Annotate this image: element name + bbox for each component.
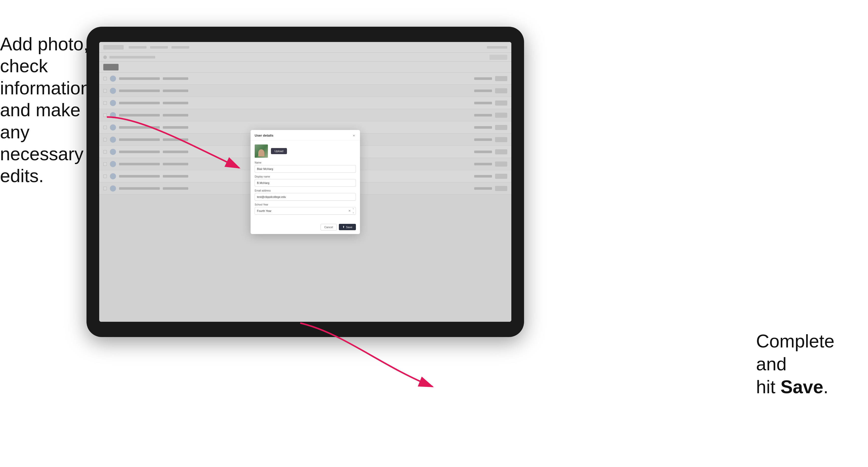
email-field-group: Email address [255, 189, 356, 201]
modal-close-button[interactable]: × [352, 133, 356, 137]
name-label: Name [255, 161, 356, 164]
app-background: User details × Upload [99, 42, 512, 322]
right-annotation: Complete andhit Save. [756, 330, 863, 398]
modal-header: User details × [251, 130, 360, 141]
user-details-modal: User details × Upload [251, 130, 360, 234]
school-year-select-wrapper: ✕ ⌃⌄ [255, 207, 356, 215]
right-annotation-text: Complete andhit Save. [756, 331, 834, 397]
tablet-screen: User details × Upload [99, 42, 512, 322]
cancel-button[interactable]: Cancel [320, 224, 337, 230]
display-name-input[interactable] [255, 179, 356, 187]
select-dropdown-icon[interactable]: ⌃⌄ [352, 208, 355, 214]
email-input[interactable] [255, 193, 356, 201]
left-annotation-text: Add photo, check information and make an… [0, 34, 91, 186]
tablet-frame: User details × Upload [87, 27, 524, 337]
modal-title: User details [255, 133, 274, 137]
photo-section: Upload [255, 145, 356, 158]
school-year-input[interactable] [255, 207, 356, 215]
select-controls: ✕ ⌃⌄ [348, 208, 355, 214]
name-input[interactable] [255, 165, 356, 173]
display-name-field-group: Display name [255, 175, 356, 187]
save-icon: ⬆ [342, 225, 345, 229]
school-year-field-group: School Year ✕ ⌃⌄ [255, 203, 356, 215]
email-label: Email address [255, 189, 356, 192]
modal-body: Upload Name Display name [251, 141, 360, 221]
modal-footer: Cancel ⬆ Save [251, 221, 360, 234]
school-year-label: School Year [255, 203, 356, 206]
photo-thumbnail [255, 145, 268, 158]
select-clear-button[interactable]: ✕ [348, 209, 351, 213]
name-field-group: Name [255, 161, 356, 173]
modal-overlay: User details × Upload [99, 42, 512, 322]
save-button-label: Save [346, 226, 352, 229]
save-button[interactable]: ⬆ Save [339, 224, 356, 230]
user-photo [255, 145, 268, 158]
upload-photo-button[interactable]: Upload [271, 148, 287, 154]
display-name-label: Display name [255, 175, 356, 178]
